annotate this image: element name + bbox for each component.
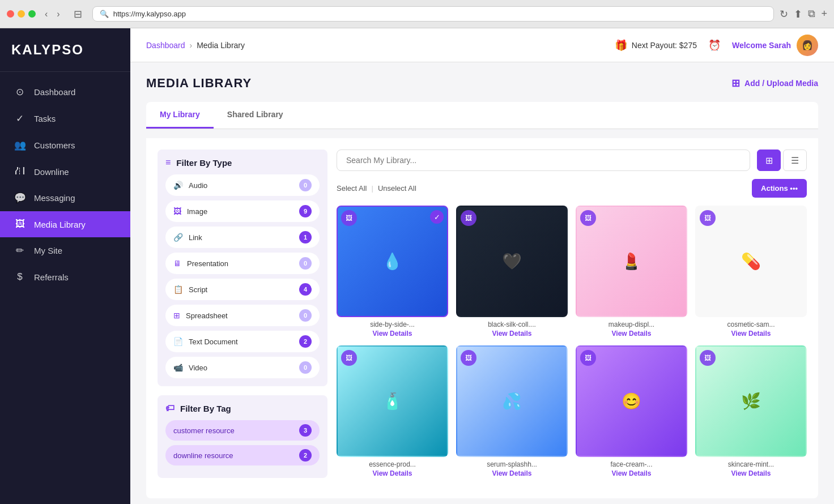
media-type-badge-5: 🖼	[341, 350, 357, 366]
filter-item-presentation[interactable]: 🖥 Presentation 0	[165, 253, 320, 274]
alarm-icon[interactable]: ⏰	[708, 39, 721, 52]
sidebar-item-dashboard[interactable]: ⊙ Dashboard	[0, 79, 130, 105]
back-button[interactable]: ‹	[41, 7, 51, 22]
breadcrumb-home[interactable]: Dashboard	[146, 41, 185, 50]
media-thumb-6[interactable]: 🖼 💦	[456, 345, 568, 457]
media-thumb-5[interactable]: 🖼 🧴	[337, 345, 448, 457]
filter-type-icon: ≡	[165, 157, 171, 168]
view-details-btn-7[interactable]: View Details	[612, 469, 652, 477]
grid-view-toggle[interactable]: ⊞	[757, 150, 781, 171]
unselect-all-button[interactable]: Unselect All	[378, 184, 416, 193]
tab-shared-library[interactable]: Shared Library	[214, 102, 297, 129]
media-name-3: makeup-displ...	[576, 321, 687, 328]
filter-item-text-left: 📄 Text Document	[173, 337, 238, 346]
tag-customer-resource[interactable]: customer resource 3	[165, 420, 320, 441]
sidebar-item-media-library[interactable]: 🖼 Media Library	[0, 211, 130, 237]
filter-presentation-count: 0	[299, 257, 312, 270]
media-thumb-7[interactable]: 🖼 😊	[576, 345, 687, 457]
sidebar-item-customers[interactable]: 👥 Customers	[0, 132, 130, 159]
media-item: 🖼 🖤 black-silk-coll.... View Details	[456, 206, 568, 338]
media-item: 🖼 ✓ 💧 side-by-side-... View Details	[337, 206, 448, 338]
sidebar-label-tasks: Tasks	[34, 114, 56, 123]
downline-icon: ⛙	[14, 166, 26, 177]
media-item: 🖼 💊 cosmetic-sam... View Details	[695, 206, 807, 338]
media-thumb-2[interactable]: 🖼 🖤	[456, 206, 568, 317]
filter-presentation-label: Presentation	[187, 259, 228, 268]
filter-item-audio[interactable]: 🔊 Audio 0	[165, 174, 320, 196]
tab-overview-button[interactable]: ⧉	[808, 8, 815, 20]
actions-button[interactable]: Actions •••	[752, 179, 807, 198]
media-thumb-4[interactable]: 🖼 💊	[695, 206, 807, 317]
url-bar[interactable]: 🔍 https://my.kalypso.app	[92, 6, 775, 22]
media-thumb-3[interactable]: 🖼 💄	[576, 206, 687, 317]
welcome-user[interactable]: Welcome Sarah 👩	[732, 35, 818, 56]
view-details-btn-4[interactable]: View Details	[731, 330, 771, 338]
media-thumb-8[interactable]: 🖼 🌿	[695, 345, 807, 457]
view-details-btn-1[interactable]: View Details	[373, 330, 412, 338]
avatar: 👩	[797, 35, 818, 56]
media-thumb-1[interactable]: 🖼 ✓ 💧	[337, 206, 448, 317]
minimize-button[interactable]	[18, 10, 25, 18]
filter-item-text-document[interactable]: 📄 Text Document 2	[165, 331, 320, 352]
sidebar-item-messaging[interactable]: 💬 Messaging	[0, 185, 130, 211]
view-details-btn-2[interactable]: View Details	[492, 330, 532, 338]
script-icon: 📋	[173, 285, 183, 294]
sidebar-item-downline[interactable]: ⛙ Downline	[0, 159, 130, 185]
sidebar-label-dashboard: Dashboard	[34, 87, 75, 97]
tab-my-library[interactable]: My Library	[146, 102, 214, 129]
media-type-badge-7: 🖼	[580, 350, 596, 366]
link-icon: 🔗	[173, 233, 183, 242]
media-name-5: essence-prod...	[337, 460, 448, 468]
add-icon: ⊞	[731, 77, 740, 89]
filter-item-video[interactable]: 📹 Video 0	[165, 357, 320, 378]
view-details-btn-8[interactable]: View Details	[731, 469, 771, 477]
view-details-btn-3[interactable]: View Details	[612, 330, 652, 338]
filter-by-type-section: ≡ Filter By Type 🔊 Audio 0	[158, 150, 327, 386]
tag-downline-label: downline resource	[173, 451, 233, 460]
sidebar-item-my-site[interactable]: ✏ My Site	[0, 237, 130, 264]
filter-item-link-left: 🔗 Link	[173, 233, 202, 242]
reload-button[interactable]: ↻	[780, 8, 788, 20]
filter-item-link[interactable]: 🔗 Link 1	[165, 227, 320, 248]
tag-customer-label: customer resource	[173, 426, 235, 435]
app-logo: KALYPSO	[0, 28, 130, 72]
filter-item-spreadsheet[interactable]: ⊞ Spreadsheet 0	[165, 305, 320, 326]
filter-spreadsheet-count: 0	[299, 309, 312, 322]
share-button[interactable]: ⬆	[794, 8, 802, 20]
search-input[interactable]	[337, 150, 750, 171]
sidebar-label-customers: Customers	[34, 140, 75, 150]
messaging-icon: 💬	[14, 192, 26, 204]
tabs: My Library Shared Library	[146, 102, 818, 129]
close-button[interactable]	[7, 10, 14, 18]
select-all-button[interactable]: Select All	[337, 184, 367, 193]
forward-button[interactable]: ›	[53, 7, 63, 22]
add-media-label: Add / Upload Media	[744, 79, 818, 88]
sidebar-item-tasks[interactable]: ✓ Tasks	[0, 105, 130, 132]
tag-downline-count: 2	[299, 449, 312, 462]
list-view-toggle[interactable]: ☰	[783, 150, 807, 171]
sidebar-label-my-site: My Site	[34, 246, 62, 255]
filter-audio-count: 0	[299, 179, 312, 191]
tag-icon: 🏷	[165, 403, 175, 413]
media-name-7: face-cream-...	[576, 460, 687, 468]
page-content: MEDIA LIBRARY ⊞ Add / Upload Media My Li…	[130, 62, 834, 504]
url-text: https://my.kalypso.app	[113, 10, 186, 18]
new-tab-button[interactable]: +	[821, 8, 827, 20]
filter-by-tag-section: 🏷 Filter By Tag customer resource 3 down…	[158, 395, 327, 478]
presentation-icon: 🖥	[173, 259, 181, 268]
sidebar-item-referrals[interactable]: $ Referrals	[0, 264, 130, 290]
main-content: Dashboard › Media Library 🎁 Next Payout:…	[130, 28, 834, 504]
tab-my-library-label: My Library	[160, 110, 200, 119]
add-media-button[interactable]: ⊞ Add / Upload Media	[731, 77, 818, 89]
tag-downline-resource[interactable]: downline resource 2	[165, 445, 320, 465]
video-icon: 📹	[173, 363, 183, 372]
filter-item-image[interactable]: 🖼 Image 9	[165, 200, 320, 222]
maximize-button[interactable]	[28, 10, 36, 18]
filter-item-script[interactable]: 📋 Script 4	[165, 279, 320, 300]
view-details-btn-6[interactable]: View Details	[492, 469, 532, 477]
sidebar-toggle-button[interactable]: ⊟	[69, 6, 87, 23]
view-details-btn-5[interactable]: View Details	[373, 469, 412, 477]
filter-text-label: Text Document	[189, 338, 238, 346]
filter-type-title: Filter By Type	[176, 158, 232, 168]
filter-tag-title: Filter By Tag	[180, 404, 231, 413]
